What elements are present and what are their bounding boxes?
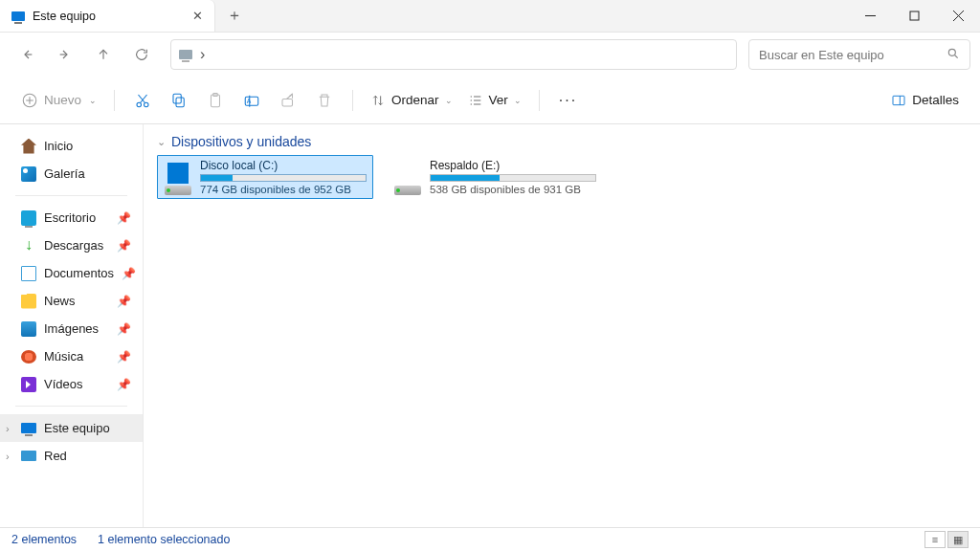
sidebar-item-music[interactable]: Música📌	[0, 342, 143, 370]
sidebar-item-this-pc[interactable]: ›Este equipo	[0, 414, 143, 442]
svg-text:A: A	[247, 98, 252, 104]
maximize-button[interactable]	[892, 0, 936, 32]
window-controls	[848, 0, 980, 32]
drives-list: Disco local (C:)774 GB disponibles de 95…	[157, 155, 967, 199]
address-bar[interactable]: ›	[170, 39, 737, 70]
svg-rect-20	[282, 99, 293, 106]
sidebar-item-news[interactable]: News📌	[0, 287, 143, 315]
sidebar-item-network[interactable]: ›Red	[0, 442, 143, 470]
gallery-icon	[21, 166, 36, 182]
windows-logo-icon	[167, 163, 189, 184]
sort-button[interactable]: Ordenar ⌄	[363, 89, 460, 112]
desktop-icon	[21, 210, 36, 226]
pin-icon: 📌	[117, 295, 131, 308]
sidebar-item-downloads[interactable]: ↓Descargas📌	[0, 231, 143, 259]
sidebar-label: Vídeos	[44, 377, 82, 391]
copy-button[interactable]	[161, 85, 197, 116]
tiles-view-button[interactable]: ▦	[947, 531, 969, 548]
sort-label: Ordenar	[391, 93, 439, 107]
pin-icon: 📌	[117, 211, 131, 225]
pin-icon: 📌	[117, 322, 131, 336]
sidebar: Inicio Galería Escritorio📌 ↓Descargas📌 D…	[0, 124, 144, 527]
network-icon	[21, 451, 36, 461]
home-icon	[21, 139, 36, 154]
music-icon	[21, 350, 36, 364]
navbar: ›	[0, 33, 980, 77]
images-icon	[21, 321, 36, 337]
minimize-button[interactable]	[848, 0, 892, 32]
rename-button[interactable]: A	[234, 85, 270, 116]
svg-rect-27	[893, 96, 904, 104]
capacity-bar	[200, 174, 367, 182]
separator	[15, 195, 127, 196]
cut-button[interactable]	[124, 85, 161, 116]
tab-este-equipo[interactable]: Este equipo ✕	[0, 0, 215, 32]
search-input[interactable]	[759, 48, 947, 62]
sidebar-item-documents[interactable]: Documentos📌	[0, 259, 143, 287]
svg-rect-14	[173, 94, 181, 103]
sidebar-label: News	[44, 294, 76, 308]
search-box[interactable]	[748, 39, 970, 70]
svg-rect-13	[176, 98, 184, 107]
details-pane-button[interactable]: Detalles	[883, 89, 967, 112]
svg-point-4	[948, 49, 955, 55]
svg-point-10	[145, 102, 149, 107]
svg-line-5	[955, 55, 958, 57]
sidebar-item-desktop[interactable]: Escritorio📌	[0, 204, 143, 231]
chevron-down-icon: ⌄	[89, 96, 97, 105]
pc-icon	[11, 11, 25, 21]
pc-icon	[179, 50, 192, 59]
delete-button[interactable]	[306, 85, 343, 116]
search-icon	[947, 47, 960, 63]
group-header[interactable]: ⌄ Dispositivos y unidades	[157, 134, 967, 149]
drive-space: 774 GB disponibles de 952 GB	[200, 184, 367, 195]
view-button[interactable]: Ver ⌄	[460, 89, 529, 112]
capacity-bar	[430, 174, 596, 182]
tab-close-icon[interactable]: ✕	[192, 9, 203, 23]
separator	[114, 90, 115, 111]
forward-button[interactable]	[48, 40, 82, 69]
sidebar-item-videos[interactable]: Vídeos📌	[0, 370, 143, 398]
sidebar-label: Escritorio	[44, 210, 96, 225]
details-label: Detalles	[912, 93, 959, 107]
hdd-icon	[394, 186, 421, 195]
share-button[interactable]	[270, 85, 306, 116]
up-button[interactable]	[86, 40, 121, 69]
chevron-right-icon: ›	[200, 46, 205, 63]
pc-icon	[21, 423, 36, 433]
chevron-down-icon: ⌄	[514, 96, 522, 105]
pin-icon: 📌	[117, 378, 131, 391]
close-button[interactable]	[936, 0, 980, 32]
new-tab-button[interactable]: ＋	[215, 0, 254, 32]
folder-icon	[21, 294, 36, 309]
drive-item[interactable]: Respaldo (E:)538 GB disponibles de 931 G…	[387, 155, 603, 199]
back-button[interactable]	[10, 40, 44, 69]
sidebar-item-gallery[interactable]: Galería	[0, 160, 143, 187]
chevron-right-icon: ›	[6, 451, 10, 462]
sidebar-label: Música	[44, 349, 83, 364]
toolbar: Nuevo ⌄ A Ordenar ⌄ Ver ⌄ ··· Detalles	[0, 77, 980, 124]
new-button[interactable]: Nuevo ⌄	[13, 88, 104, 113]
sidebar-label: Galería	[44, 166, 85, 181]
pin-icon: 📌	[117, 239, 131, 253]
sidebar-label: Inicio	[44, 139, 73, 153]
paste-button[interactable]	[197, 85, 234, 116]
sidebar-item-home[interactable]: Inicio	[0, 132, 143, 160]
refresh-button[interactable]	[124, 40, 159, 69]
chevron-down-icon: ⌄	[445, 96, 453, 105]
pin-icon: 📌	[117, 350, 131, 364]
sidebar-label: Imágenes	[44, 321, 99, 336]
video-icon	[21, 377, 36, 392]
pin-icon: 📌	[122, 267, 136, 280]
svg-point-9	[137, 102, 142, 107]
tab-title: Este equipo	[33, 10, 96, 23]
drive-name: Disco local (C:)	[200, 159, 367, 172]
drive-item[interactable]: Disco local (C:)774 GB disponibles de 95…	[157, 155, 373, 199]
details-view-button[interactable]: ≡	[924, 531, 946, 548]
more-button[interactable]: ···	[549, 88, 587, 113]
group-title: Dispositivos y unidades	[171, 134, 311, 149]
separator	[352, 90, 353, 111]
sidebar-label: Documentos	[44, 266, 114, 280]
sidebar-label: Red	[44, 449, 67, 463]
sidebar-item-images[interactable]: Imágenes📌	[0, 315, 143, 342]
